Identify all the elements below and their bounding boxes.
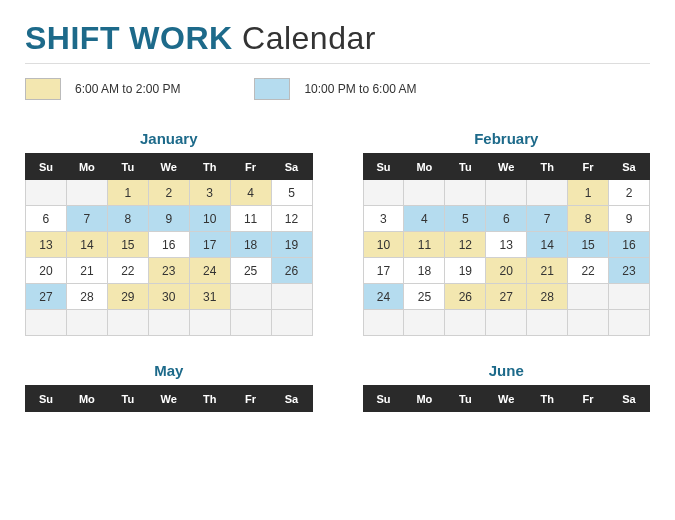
calendar-cell: 22 (107, 258, 148, 284)
calendar-cell (404, 310, 445, 336)
calendar-cell (609, 310, 650, 336)
calendar-cell: 16 (148, 232, 189, 258)
calendar-cell (486, 180, 527, 206)
calendar-cell: 14 (527, 232, 568, 258)
day-header: Sa (271, 386, 312, 412)
calendar-cell (363, 180, 404, 206)
calendar-row (26, 310, 313, 336)
calendar-cell: 1 (107, 180, 148, 206)
day-header: Fr (568, 386, 609, 412)
month-block: FebruarySuMoTuWeThFrSa123456789101112131… (363, 130, 651, 336)
legend-label-blue: 10:00 PM to 6:00 AM (304, 82, 416, 96)
day-header: Th (527, 154, 568, 180)
month-title: February (363, 130, 651, 147)
calendar-cell: 6 (26, 206, 67, 232)
calendar-cell: 20 (486, 258, 527, 284)
calendar-cell: 25 (404, 284, 445, 310)
calendar-cell: 5 (271, 180, 312, 206)
calendar-row: 2425262728 (363, 284, 650, 310)
calendar-cell: 17 (189, 232, 230, 258)
day-header: Th (189, 154, 230, 180)
calendar-cell: 2 (148, 180, 189, 206)
legend-label-yellow: 6:00 AM to 2:00 PM (75, 82, 180, 96)
calendar-row: 17181920212223 (363, 258, 650, 284)
calendar-cell (189, 310, 230, 336)
day-header: Tu (445, 386, 486, 412)
calendar-cell: 11 (230, 206, 271, 232)
month-block: JanuarySuMoTuWeThFrSa1234567891011121314… (25, 130, 313, 336)
day-header: Th (527, 386, 568, 412)
calendar-cell (445, 180, 486, 206)
calendar-cell: 10 (189, 206, 230, 232)
calendar-cell (527, 310, 568, 336)
calendar-cell (26, 180, 67, 206)
calendar-cell: 27 (486, 284, 527, 310)
calendar-cell: 17 (363, 258, 404, 284)
calendar-cell (271, 284, 312, 310)
calendar-cell (230, 310, 271, 336)
calendar-cell (271, 310, 312, 336)
calendar-cell: 15 (568, 232, 609, 258)
calendar-cell (363, 310, 404, 336)
calendar-cell (445, 310, 486, 336)
calendar-cell (609, 284, 650, 310)
calendar-cell: 31 (189, 284, 230, 310)
calendar-cell (26, 310, 67, 336)
calendar-cell: 13 (486, 232, 527, 258)
calendar-row: 20212223242526 (26, 258, 313, 284)
calendar-cell: 12 (271, 206, 312, 232)
calendar-cell (568, 310, 609, 336)
calendar-cell: 10 (363, 232, 404, 258)
calendar-row (363, 310, 650, 336)
calendar-cell: 9 (148, 206, 189, 232)
calendar-cell: 21 (66, 258, 107, 284)
calendar-cell: 4 (230, 180, 271, 206)
calendar-cell: 4 (404, 206, 445, 232)
calendar-cell: 6 (486, 206, 527, 232)
calendar-cell: 26 (271, 258, 312, 284)
day-header: Mo (404, 386, 445, 412)
calendar-cell: 1 (568, 180, 609, 206)
month-block: MaySuMoTuWeThFrSa (25, 362, 313, 412)
calendar-cell: 26 (445, 284, 486, 310)
day-header: We (486, 386, 527, 412)
calendar-cell (148, 310, 189, 336)
months-grid: JanuarySuMoTuWeThFrSa1234567891011121314… (25, 130, 650, 412)
calendar-cell: 23 (148, 258, 189, 284)
calendar-cell (568, 284, 609, 310)
calendar-cell: 16 (609, 232, 650, 258)
day-header: Su (363, 154, 404, 180)
calendar-cell: 24 (363, 284, 404, 310)
calendar-cell: 29 (107, 284, 148, 310)
calendar-cell: 9 (609, 206, 650, 232)
calendar-row: 10111213141516 (363, 232, 650, 258)
day-header: Tu (445, 154, 486, 180)
calendar-cell: 23 (609, 258, 650, 284)
calendar-cell: 25 (230, 258, 271, 284)
calendar-cell: 18 (404, 258, 445, 284)
calendar-cell: 27 (26, 284, 67, 310)
title-rest: Calendar (233, 20, 376, 56)
calendar-cell (486, 310, 527, 336)
calendar-cell: 5 (445, 206, 486, 232)
calendar-cell: 15 (107, 232, 148, 258)
calendar-row: 12345 (26, 180, 313, 206)
calendar-cell: 7 (527, 206, 568, 232)
calendar-cell: 2 (609, 180, 650, 206)
title-bold: SHIFT WORK (25, 20, 233, 56)
day-header: Sa (609, 386, 650, 412)
month-block: JuneSuMoTuWeThFrSa (363, 362, 651, 412)
legend-swatch-yellow (25, 78, 61, 100)
day-header: Mo (404, 154, 445, 180)
legend: 6:00 AM to 2:00 PM 10:00 PM to 6:00 AM (25, 78, 650, 100)
day-header: Fr (568, 154, 609, 180)
calendar-cell: 8 (107, 206, 148, 232)
calendar-row: 3456789 (363, 206, 650, 232)
calendar-cell: 28 (527, 284, 568, 310)
day-header: Su (26, 154, 67, 180)
day-header: Fr (230, 154, 271, 180)
day-header: Su (26, 386, 67, 412)
day-header: We (148, 154, 189, 180)
calendar-cell: 20 (26, 258, 67, 284)
calendar-row: 6789101112 (26, 206, 313, 232)
